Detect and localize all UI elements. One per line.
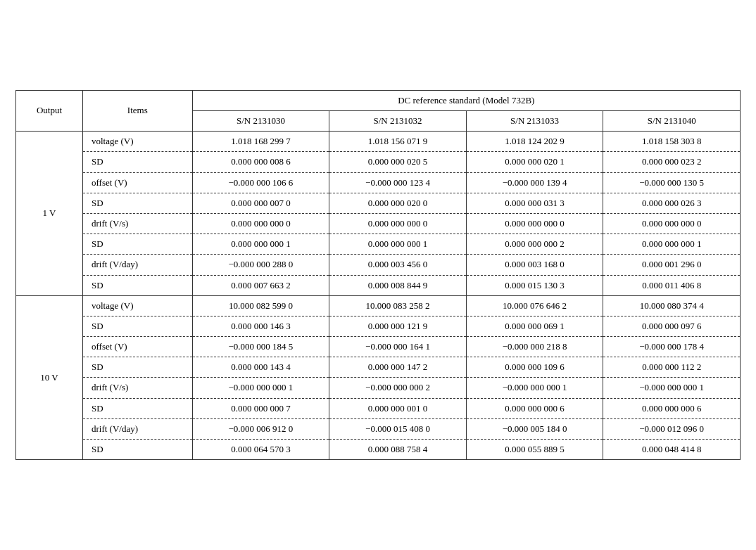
data-cell: −0.000 000 000 1	[603, 378, 741, 398]
data-cell: 0.000 000 031 3	[466, 193, 603, 213]
serial-2: S/N 2131032	[329, 111, 467, 132]
table-row: SD0.000 000 008 60.000 000 020 50.000 00…	[16, 152, 741, 172]
data-cell: 10.000 082 599 0	[192, 295, 329, 316]
data-cell: 0.000 000 143 4	[192, 357, 329, 378]
data-cell: −0.000 000 106 6	[192, 172, 329, 193]
data-cell: 0.000 055 889 5	[466, 440, 603, 460]
data-cell: 0.000 000 112 2	[603, 357, 741, 378]
table-wrapper: Output Items DC reference standard (Mode…	[1, 76, 755, 474]
data-cell: 0.000 000 001 0	[329, 398, 467, 418]
data-cell: −0.000 000 139 4	[466, 172, 603, 193]
item-cell: SD	[82, 275, 192, 295]
table-row: SD0.000 000 000 70.000 000 001 00.000 00…	[16, 398, 741, 418]
data-cell: −0.000 000 000 2	[329, 378, 467, 398]
data-cell: 0.000 000 000 0	[329, 213, 467, 234]
table-row: drift (V/day)−0.000 006 912 0−0.000 015 …	[16, 418, 741, 439]
data-cell: −0.000 000 218 8	[466, 337, 603, 357]
table-row: SD0.000 000 000 10.000 000 000 10.000 00…	[16, 234, 741, 255]
item-cell: voltage (V)	[82, 295, 192, 316]
data-cell: −0.000 006 912 0	[192, 418, 329, 439]
data-cell: −0.000 000 184 5	[192, 337, 329, 357]
data-cell: 0.000 000 000 0	[603, 213, 741, 234]
item-cell: voltage (V)	[82, 132, 192, 152]
item-cell: SD	[82, 193, 192, 213]
data-cell: 0.000 000 097 6	[603, 316, 741, 336]
data-cell: −0.000 000 000 1	[466, 378, 603, 398]
data-cell: 0.000 000 007 0	[192, 193, 329, 213]
data-cell: 0.000 088 758 4	[329, 440, 467, 460]
data-cell: 0.000 007 663 2	[192, 275, 329, 295]
data-cell: 0.000 000 146 3	[192, 316, 329, 336]
data-cell: 0.000 011 406 8	[603, 275, 741, 295]
table-row: 1 Vvoltage (V)1.018 168 299 71.018 156 0…	[16, 132, 741, 152]
item-cell: offset (V)	[82, 337, 192, 357]
data-cell: −0.000 000 164 1	[329, 337, 467, 357]
item-cell: SD	[82, 357, 192, 378]
data-cell: 0.000 000 023 2	[603, 152, 741, 172]
serial-4: S/N 2131040	[603, 111, 741, 132]
table-row: offset (V)−0.000 000 106 6−0.000 000 123…	[16, 172, 741, 193]
item-cell: SD	[82, 398, 192, 418]
data-cell: 1.018 158 303 8	[603, 132, 741, 152]
data-cell: 0.000 000 020 5	[329, 152, 467, 172]
data-cell: 0.000 000 000 6	[603, 398, 741, 418]
data-cell: 0.000 000 000 1	[603, 234, 741, 255]
data-cell: 0.000 064 570 3	[192, 440, 329, 460]
data-cell: 0.000 000 000 0	[192, 213, 329, 234]
data-cell: −0.000 000 123 4	[329, 172, 467, 193]
header-row-top: Output Items DC reference standard (Mode…	[16, 90, 741, 110]
data-cell: 0.000 000 147 2	[329, 357, 467, 378]
data-cell: 0.000 000 020 0	[329, 193, 467, 213]
table-row: SD0.000 007 663 20.000 008 844 90.000 01…	[16, 275, 741, 295]
col-title: DC reference standard (Model 732B)	[192, 90, 740, 110]
data-cell: 0.000 003 456 0	[329, 255, 467, 275]
data-cell: −0.000 005 184 0	[466, 418, 603, 439]
data-cell: 0.000 000 000 6	[466, 398, 603, 418]
data-cell: −0.000 000 288 0	[192, 255, 329, 275]
col-items: Items	[82, 90, 192, 131]
output-cell: 1 V	[16, 132, 83, 296]
data-cell: 0.000 000 121 9	[329, 316, 467, 336]
data-cell: 0.000 008 844 9	[329, 275, 467, 295]
serial-3: S/N 2131033	[466, 111, 603, 132]
item-cell: SD	[82, 234, 192, 255]
data-cell: 0.000 001 296 0	[603, 255, 741, 275]
data-cell: 0.000 048 414 8	[603, 440, 741, 460]
item-cell: drift (V/s)	[82, 378, 192, 398]
data-cell: −0.000 000 130 5	[603, 172, 741, 193]
table-row: SD0.000 000 143 40.000 000 147 20.000 00…	[16, 357, 741, 378]
table-row: drift (V/s)0.000 000 000 00.000 000 000 …	[16, 213, 741, 234]
main-table: Output Items DC reference standard (Mode…	[15, 90, 741, 460]
data-cell: −0.000 000 178 4	[603, 337, 741, 357]
table-row: drift (V/s)−0.000 000 000 1−0.000 000 00…	[16, 378, 741, 398]
col-output: Output	[16, 90, 83, 131]
data-cell: 0.000 000 026 3	[603, 193, 741, 213]
table-row: drift (V/day)−0.000 000 288 00.000 003 4…	[16, 255, 741, 275]
item-cell: SD	[82, 440, 192, 460]
data-cell: 1.018 168 299 7	[192, 132, 329, 152]
table-row: SD0.000 064 570 30.000 088 758 40.000 05…	[16, 440, 741, 460]
table-row: SD0.000 000 146 30.000 000 121 90.000 00…	[16, 316, 741, 336]
table-row: offset (V)−0.000 000 184 5−0.000 000 164…	[16, 337, 741, 357]
data-cell: 0.000 000 020 1	[466, 152, 603, 172]
data-cell: 0.000 000 000 7	[192, 398, 329, 418]
table-row: 10 Vvoltage (V)10.000 082 599 010.000 08…	[16, 295, 741, 316]
data-cell: 0.000 000 109 6	[466, 357, 603, 378]
data-cell: −0.000 015 408 0	[329, 418, 467, 439]
data-cell: 0.000 000 008 6	[192, 152, 329, 172]
serial-1: S/N 2131030	[192, 111, 329, 132]
item-cell: SD	[82, 316, 192, 336]
data-cell: 10.000 080 374 4	[603, 295, 741, 316]
data-cell: −0.000 000 000 1	[192, 378, 329, 398]
output-cell: 10 V	[16, 295, 83, 460]
data-cell: 10.000 076 646 2	[466, 295, 603, 316]
data-cell: 0.000 000 000 1	[329, 234, 467, 255]
item-cell: drift (V/day)	[82, 418, 192, 439]
data-cell: 10.000 083 258 2	[329, 295, 467, 316]
data-cell: 1.018 156 071 9	[329, 132, 467, 152]
data-cell: 0.000 000 000 1	[192, 234, 329, 255]
data-cell: 0.000 003 168 0	[466, 255, 603, 275]
item-cell: drift (V/day)	[82, 255, 192, 275]
item-cell: SD	[82, 152, 192, 172]
item-cell: offset (V)	[82, 172, 192, 193]
